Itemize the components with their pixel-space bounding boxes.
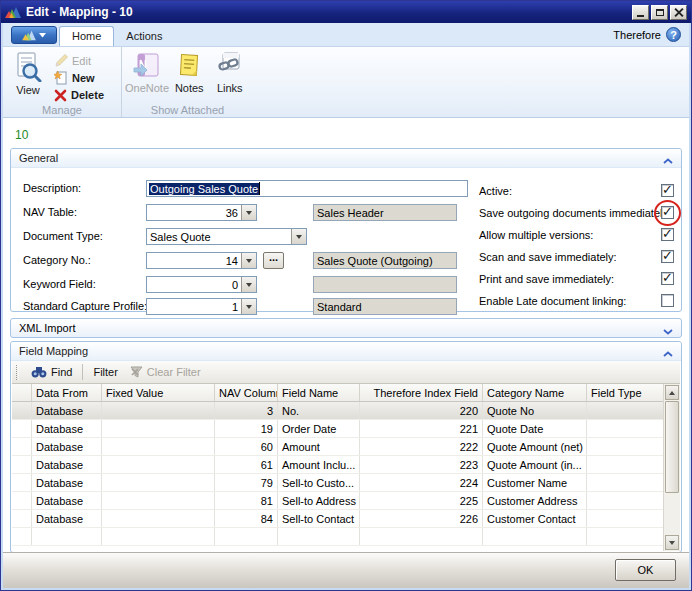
table-row[interactable]: Database 79 Sell-to Custo... 224 Custome… [12,474,680,492]
scroll-down-button[interactable] [665,535,679,550]
table-header-row: Data From Fixed Value NAV Column Field N… [12,384,680,402]
column-header-field-type[interactable]: Field Type [587,384,665,401]
cell-nav-column: 61 [215,456,278,473]
xml-import-header[interactable]: XML Import [10,318,682,338]
ribbon: View Edit [3,47,689,118]
row-selector[interactable] [12,456,32,473]
cell-data-from: Database [32,456,102,473]
scan-save-label: Scan and save immediately: [479,251,617,263]
column-header-data-from[interactable]: Data From [32,384,102,401]
notes-button[interactable]: Notes [170,50,209,103]
active-label: Active: [479,185,512,197]
xml-import-title: XML Import [19,322,663,334]
save-outgoing-checkbox[interactable] [661,206,674,219]
checkbox-row-scan-save: Scan and save immediately: [11,250,681,266]
cell-fixed-value [102,420,215,437]
links-button[interactable]: Links [211,50,250,103]
late-linking-checkbox[interactable] [661,294,674,307]
chevron-up-icon[interactable] [663,155,673,162]
view-label: View [16,84,40,96]
cell-field-name: Sell-to Contact [278,510,360,527]
checkbox-row-save-outgoing: Save outgoing documents immediately: [11,206,681,222]
field-mapping-header[interactable]: Field Mapping [11,342,681,361]
column-header-nav-column[interactable]: NAV Column [215,384,278,401]
edit-icon [54,54,68,68]
record-id: 10 [15,128,28,142]
brand-label: Therefore [613,29,661,41]
help-icon[interactable]: ? [666,27,681,42]
application-menu-button[interactable] [11,26,57,44]
dialog-footer: OK [3,552,689,588]
table-row[interactable]: Database 60 Amount 222 Quote Amount (net… [12,438,680,456]
save-outgoing-label: Save outgoing documents immediately: [479,207,671,219]
row-selector[interactable] [12,438,32,455]
cell-nav-column: 84 [215,510,278,527]
row-selector[interactable] [12,420,32,437]
new-button[interactable]: New [51,70,107,86]
cell-category-name: Quote Amount (in... [483,456,587,473]
table-row[interactable]: Database 19 Order Date 221 Quote Date [12,420,680,438]
clear-filter-button[interactable]: Clear Filter [124,364,207,380]
tab-actions-label: Actions [126,30,162,42]
cell-category-name: Customer Name [483,474,587,491]
multiple-versions-checkbox[interactable] [661,228,674,241]
row-selector[interactable] [12,510,32,527]
filter-button[interactable]: Filter [87,364,123,380]
main-content: 10 General Description: Outgoing Sales Q… [3,118,689,552]
cell-data-from: Database [32,438,102,455]
close-button[interactable] [670,5,687,20]
window-title: Edit - Mapping - 10 [26,5,630,19]
scrollbar-thumb[interactable] [665,401,679,493]
scroll-up-button[interactable] [665,385,679,400]
cell-field-type [587,456,665,473]
column-header-field-name[interactable]: Field Name [278,384,360,401]
onenote-button[interactable]: OneNote [126,50,168,103]
maximize-button[interactable] [651,5,668,20]
cell-data-from: Database [32,510,102,527]
print-save-checkbox[interactable] [661,272,674,285]
table-row[interactable]: Database 84 Sell-to Contact 226 Customer… [12,510,680,528]
cell-fixed-value [102,438,215,455]
chevron-up-icon[interactable] [663,348,673,355]
row-selector[interactable] [12,492,32,509]
column-header-therefore-index[interactable]: Therefore Index Field [360,384,483,401]
view-button[interactable]: View [7,50,49,103]
column-header-fixed-value[interactable]: Fixed Value [102,384,215,401]
group-label-show-attached: Show Attached [122,104,253,116]
maximize-icon [656,9,664,16]
ribbon-group-manage: View Edit [3,47,121,117]
table-row[interactable]: Database 81 Sell-to Address 225 Customer… [12,492,680,510]
ok-button[interactable]: OK [615,559,676,581]
minimize-button[interactable] [632,5,649,20]
column-header-category-name[interactable]: Category Name [483,384,587,401]
chevron-down-icon[interactable] [663,325,673,332]
cell-fixed-value [102,510,215,527]
delete-button[interactable]: Delete [51,87,107,103]
new-label: New [72,72,95,84]
find-label: Find [51,366,72,378]
cell-field-name: Amount [278,438,360,455]
scan-save-checkbox[interactable] [661,250,674,263]
table-row[interactable]: Database 61 Amount Inclu... 223 Quote Am… [12,456,680,474]
find-button[interactable]: Find [25,364,78,380]
cell-category-name: Quote Date [483,420,587,437]
cell-field-type [587,402,665,419]
edit-button[interactable]: Edit [51,53,107,69]
field-mapping-title: Field Mapping [19,345,663,357]
table-row[interactable]: Database 3 No. 220 Quote No [12,402,680,420]
cell-therefore-index: 226 [360,510,483,527]
row-selector[interactable] [12,402,32,419]
clear-filter-label: Clear Filter [147,366,201,378]
tab-actions[interactable]: Actions [114,27,174,46]
general-panel-header[interactable]: General [11,149,681,168]
minimize-icon [637,15,644,17]
row-selector[interactable] [12,474,32,491]
tab-home[interactable]: Home [59,26,114,46]
toolbar-separator [82,364,83,380]
active-checkbox[interactable] [661,184,674,197]
cell-therefore-index: 222 [360,438,483,455]
cell-field-type [587,474,665,491]
view-icon [13,52,43,82]
cell-field-name: Sell-to Custo... [278,474,360,491]
vertical-scrollbar[interactable] [663,384,680,551]
